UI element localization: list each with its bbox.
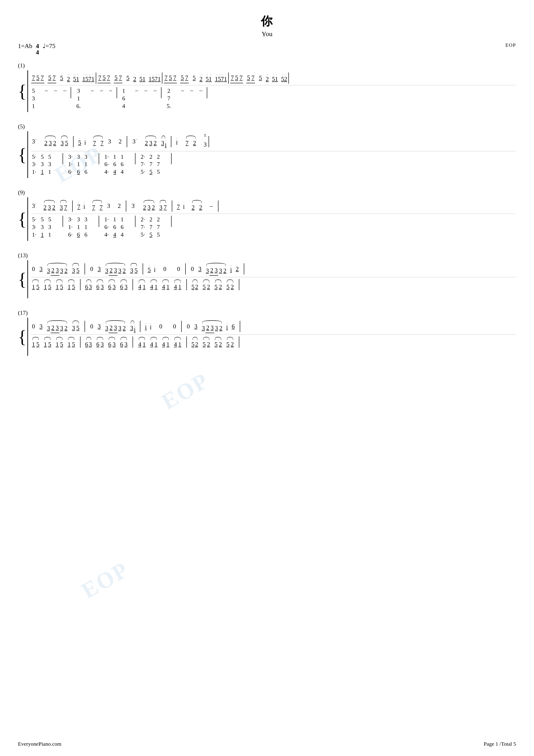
- lower-staff-5: 1 5 1 5 1 5 1 5: [31, 335, 516, 356]
- header-row: 1=Ab 4 4 ♩=75 EOP: [18, 42, 516, 55]
- music-line-4: { 0 3 3 2 3 3 2: [18, 260, 516, 298]
- upper-staff-5: 0 3 3 2 3 3 2 3: [31, 318, 516, 335]
- upper-staff-1: 7 5 7 5 7 5 ·2 ·5 ·1: [31, 70, 516, 85]
- music-line-5: { 0 3 3 2 3 3 2: [18, 318, 516, 356]
- bracket-5: {: [18, 318, 26, 356]
- music-line-2: { 3· 2 3 2 3 5: [18, 131, 516, 178]
- m1-upper: 7 5 7: [31, 73, 44, 83]
- bracket-2: {: [18, 131, 26, 178]
- section-5: (17) { 0 3 3 2 3 3: [18, 310, 516, 356]
- footer: EveryonePiano.com Page 1 /Total 5: [18, 741, 516, 747]
- upper-staff-3: 3· 2 3 2 3 7 ·7: [31, 197, 516, 214]
- staff-4: 0 3 3 2 3 3 2 3: [27, 260, 516, 298]
- key-label: 1=Ab: [18, 42, 32, 50]
- time-top: 4: [36, 43, 39, 49]
- page-title: 你: [18, 14, 516, 29]
- lower-staff-4: 1 5 1 5 1 5 1 5: [31, 277, 516, 298]
- bracket-3: {: [18, 197, 26, 241]
- tempo: ♩=75: [43, 42, 55, 50]
- watermark-3: EOP: [77, 556, 133, 604]
- upper-staff-4: 0 3 3 2 3 3 2 3: [31, 260, 516, 277]
- lower-staff-3: 5· 3· 1· 5 3 1 5 3 1: [31, 214, 516, 241]
- upper-staff-2: 3· 2 3 2 3 5 ·5: [31, 131, 516, 151]
- section-3: (9) { 3· 2 3 2 3 7: [18, 189, 516, 241]
- time-bot: 4: [36, 49, 39, 55]
- lower-staff-1: 5 3 1 – – – 3 1 6.: [31, 85, 516, 112]
- eop-label: EOP: [505, 42, 516, 48]
- website: EveryonePiano.com: [18, 741, 62, 747]
- section-label-2: (5): [18, 123, 516, 130]
- page-number: Page 1 /Total 5: [484, 741, 516, 747]
- section-4: (13) { 0 3 3 2 3 3: [18, 252, 516, 298]
- watermark-2: EOP: [157, 367, 214, 415]
- section-label-3: (9): [18, 189, 516, 196]
- page-subtitle: You: [18, 30, 516, 38]
- bracket-1: {: [18, 70, 26, 112]
- staff-2: 3· 2 3 2 3 5 ·5: [27, 131, 516, 178]
- music-line-1: { 7 5 7 5 7 5: [18, 70, 516, 112]
- section-2: (5) { 3· 2 3 2 3 5: [18, 123, 516, 178]
- bracket-4: {: [18, 260, 26, 298]
- section-label-4: (13): [18, 252, 516, 259]
- section-1: (1) { 7 5 7 5 7 5: [18, 62, 516, 112]
- staff-3: 3· 2 3 2 3 7 ·7: [27, 197, 516, 241]
- score-container: 你 You 1=Ab 4 4 ♩=75 EOP (1) { 7 5: [18, 14, 516, 356]
- lower-staff-2: 5· 3· 1· 5 3 1 5 3 1: [31, 151, 516, 178]
- staff-1: 7 5 7 5 7 5 ·2 ·5 ·1: [27, 70, 516, 112]
- music-line-3: { 3· 2 3 2 3 7: [18, 197, 516, 241]
- section-label-1: (1): [18, 62, 516, 69]
- section-label-5: (17): [18, 310, 516, 316]
- staff-5: 0 3 3 2 3 3 2 3: [27, 318, 516, 356]
- key-info: 1=Ab 4 4 ♩=75: [18, 42, 55, 55]
